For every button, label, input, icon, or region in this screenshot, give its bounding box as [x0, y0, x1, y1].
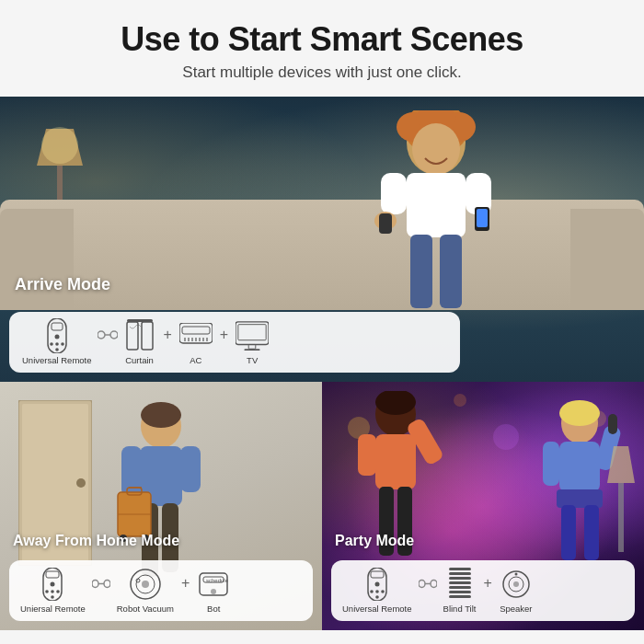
device-universal-remote: Universal Remote	[22, 319, 92, 365]
device-remote-3: Universal Remote	[342, 568, 412, 614]
svg-point-68	[51, 582, 55, 587]
scene-party-mode: Party Mode	[322, 382, 644, 630]
svg-rect-57	[180, 446, 201, 492]
svg-rect-73	[92, 580, 98, 587]
svg-point-72	[52, 596, 55, 600]
svg-rect-67	[46, 571, 59, 578]
curtain-icon	[123, 319, 156, 352]
svg-point-109	[374, 582, 379, 587]
speaker-label: Speaker	[500, 604, 532, 614]
device-remote-2: Uniersal Remote	[20, 568, 86, 614]
svg-text:schedule: schedule	[206, 578, 229, 583]
arrive-device-bar: Universal Remote	[9, 312, 460, 373]
svg-rect-116	[449, 568, 471, 570]
svg-point-27	[54, 335, 59, 339]
remote-label-3: Universal Remote	[342, 604, 412, 614]
svg-rect-46	[236, 322, 269, 345]
header-section: Use to Start Smart Scenes Start multiple…	[0, 0, 644, 97]
tv-icon	[236, 319, 269, 352]
blind-label: Blind Tilt	[443, 604, 477, 614]
plus-icon-1: +	[164, 327, 172, 343]
speaker-icon	[500, 568, 533, 601]
svg-rect-86	[358, 434, 376, 476]
floor-lamp-party	[603, 437, 639, 557]
svg-rect-96	[557, 489, 603, 508]
svg-point-91	[559, 400, 600, 426]
svg-rect-106	[618, 483, 624, 552]
svg-rect-122	[449, 595, 471, 598]
svg-point-104	[454, 394, 466, 407]
svg-point-9	[412, 123, 460, 175]
link-icon-3	[418, 577, 438, 590]
svg-rect-92	[559, 442, 600, 492]
svg-rect-115	[431, 580, 437, 587]
svg-rect-118	[449, 577, 471, 580]
svg-point-71	[57, 591, 61, 594]
svg-rect-49	[245, 350, 260, 351]
device-curtain: Curtain	[123, 319, 156, 365]
device-blind: Blind Tilt	[443, 568, 477, 614]
svg-point-54	[141, 402, 181, 428]
remote-icon-2	[36, 568, 69, 601]
svg-rect-98	[584, 505, 599, 560]
svg-rect-38	[182, 327, 210, 334]
svg-point-125	[513, 581, 519, 587]
scene-arrive-mode: Arrive Mode	[0, 97, 644, 382]
svg-point-30	[61, 343, 64, 347]
device-bot: schedule Bot	[197, 568, 230, 614]
svg-rect-95	[543, 442, 559, 486]
page-subtitle: Start multiple devices with just one cli…	[18, 63, 626, 82]
svg-rect-85	[375, 434, 416, 489]
svg-rect-117	[449, 572, 471, 575]
device-ac: AC	[179, 319, 213, 365]
svg-rect-97	[561, 505, 576, 560]
sofa-right-arm	[570, 209, 644, 310]
svg-point-110	[370, 591, 374, 594]
link-icon-2	[91, 577, 111, 590]
svg-rect-16	[440, 235, 462, 308]
remote-icon-3	[361, 568, 394, 601]
svg-marker-105	[607, 446, 635, 483]
svg-rect-14	[379, 213, 392, 234]
sofa-left-arm	[0, 209, 74, 310]
svg-point-112	[381, 591, 385, 594]
svg-rect-10	[407, 173, 466, 237]
person-figure	[344, 110, 528, 322]
remote-icon	[40, 319, 74, 352]
svg-point-113	[375, 596, 379, 600]
ac-label: AC	[190, 355, 201, 365]
svg-rect-56	[121, 446, 142, 497]
svg-rect-18	[477, 209, 488, 227]
device-tv: TV	[236, 319, 269, 365]
svg-point-77	[142, 581, 149, 588]
svg-point-69	[46, 591, 50, 594]
svg-point-52	[76, 478, 86, 488]
party-mode-label: Party Mode	[335, 533, 414, 549]
svg-rect-15	[410, 235, 432, 308]
svg-rect-74	[104, 580, 110, 587]
vacuum-label: Robot Vacuum	[117, 604, 174, 614]
page-container: Use to Start Smart Scenes Start multiple…	[0, 0, 644, 630]
vacuum-icon	[129, 568, 162, 601]
curtain-label: Curtain	[125, 355, 154, 365]
svg-rect-26	[52, 323, 63, 330]
svg-point-82	[211, 589, 216, 594]
device-speaker: Speaker	[500, 568, 533, 614]
scene-away-mode: Away From Home Mode	[0, 382, 322, 630]
svg-point-111	[375, 591, 379, 594]
remote-label: Universal Remote	[22, 355, 92, 365]
away-device-bar: Uniersal Remote	[9, 560, 313, 621]
svg-rect-36	[142, 322, 153, 350]
tv-label: TV	[247, 355, 258, 365]
page-title: Use to Start Smart Scenes	[18, 20, 626, 58]
blind-icon	[443, 568, 477, 601]
svg-rect-94	[608, 414, 617, 434]
svg-rect-108	[371, 571, 384, 578]
remote-label-2: Uniersal Remote	[20, 604, 86, 614]
svg-rect-33	[110, 331, 118, 339]
svg-point-3	[41, 127, 78, 164]
away-mode-label: Away From Home Mode	[13, 533, 179, 549]
plus-icon-3: +	[181, 575, 190, 592]
svg-rect-121	[449, 591, 471, 593]
plus-icon-4: +	[484, 575, 492, 592]
